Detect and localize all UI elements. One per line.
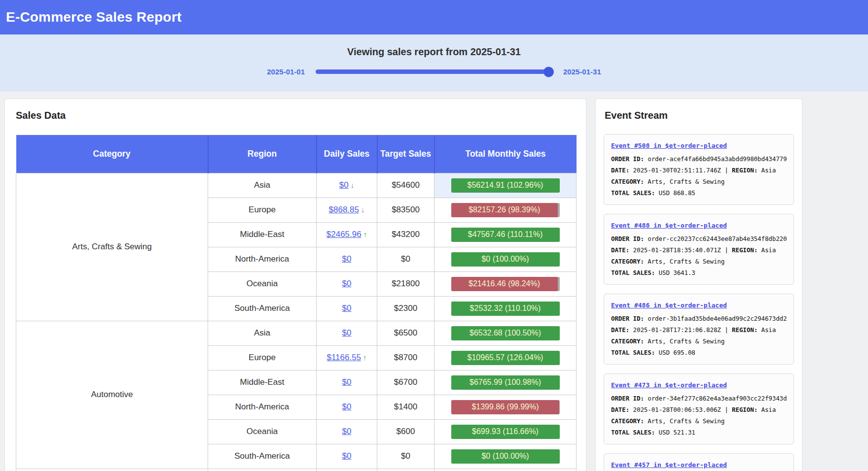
event-field-label: REGION: xyxy=(732,406,758,413)
daily-sales-cell: $1166.55↑ xyxy=(317,345,377,370)
monthly-sales-track: $2532.32 (110.10%) xyxy=(451,302,560,316)
monthly-sales-track: $0 (100.00%) xyxy=(451,449,560,464)
app-header: E-Commerce Sales Report xyxy=(0,0,868,34)
monthly-sales-track: $82157.26 (98.39%) xyxy=(451,203,560,217)
target-sales-cell: $8700 xyxy=(377,345,434,370)
monthly-sales-badge: $82157.26 (98.39%) xyxy=(451,203,558,217)
event-field-label: ORDER ID: xyxy=(611,315,644,322)
monthly-sales-cell: $6765.99 (100.98%) xyxy=(434,370,577,395)
region-cell: Asia xyxy=(208,321,317,345)
monthly-sales-track: $47567.46 (110.11%) xyxy=(451,228,560,242)
monthly-sales-badge: $0 (100.00%) xyxy=(451,449,560,464)
slider-end-label: 2025-01-31 xyxy=(563,67,601,76)
target-sales-cell: $54600 xyxy=(377,173,434,198)
daily-sales-link[interactable]: $1166.55 xyxy=(326,353,361,362)
monthly-sales-badge: $10965.57 (126.04%) xyxy=(451,351,560,365)
monthly-sales-track: $1399.86 (99.99%) xyxy=(451,400,560,414)
event-field-line: CATEGORY: Arts, Crafts & Sewing xyxy=(611,415,787,427)
main-content: Sales Data Category Region Daily Sales T… xyxy=(0,92,868,471)
event-link[interactable]: Event #486 in $et-order-placed xyxy=(611,302,727,309)
trend-down-icon: ↓ xyxy=(351,181,355,189)
target-sales-cell: $43200 xyxy=(377,222,434,247)
monthly-sales-badge: $56214.91 (102.96%) xyxy=(451,178,560,193)
daily-sales-link[interactable]: $0 xyxy=(342,427,352,436)
monthly-sales-track: $6765.99 (100.98%) xyxy=(451,375,560,390)
event-field-line: ORDER ID: order-3b1faad35bde4e06ad99c2c2… xyxy=(611,313,787,324)
partial-cell xyxy=(208,469,317,471)
target-sales-cell: $0 xyxy=(377,444,434,469)
page-title: E-Commerce Sales Report xyxy=(6,9,181,25)
monthly-sales-track: $10965.57 (126.04%) xyxy=(451,351,560,365)
monthly-sales-cell: $56214.91 (102.96%) xyxy=(434,173,577,198)
table-row-partial xyxy=(16,469,577,471)
daily-sales-link[interactable]: $0 xyxy=(339,180,349,190)
event-link[interactable]: Event #508 in $et-order-placed xyxy=(611,142,727,149)
region-cell: South-America xyxy=(208,444,317,469)
region-cell: South-America xyxy=(208,296,317,321)
date-slider[interactable] xyxy=(316,69,552,74)
event-field-label: ORDER ID: xyxy=(611,155,644,163)
monthly-sales-track: $0 (100.00%) xyxy=(451,252,560,267)
daily-sales-link[interactable]: $0 xyxy=(342,303,352,313)
daily-sales-link[interactable]: $0 xyxy=(342,254,352,264)
region-cell: North-America xyxy=(208,395,317,419)
monthly-sales-cell: $10965.57 (126.04%) xyxy=(434,345,577,370)
target-sales-cell: $6500 xyxy=(377,321,434,345)
event-link[interactable]: Event #457 in $et-order-placed xyxy=(611,461,727,469)
event-field-label: DATE: xyxy=(611,406,629,413)
daily-sales-link[interactable]: $0 xyxy=(342,451,352,461)
target-sales-cell: $6700 xyxy=(377,370,434,395)
event-card: Event #473 in $et-order-placedORDER ID: … xyxy=(604,373,794,444)
event-field-line: CATEGORY: Arts, Crafts & Sewing xyxy=(611,336,787,347)
event-field-line: TOTAL SALES: USD 868.85 xyxy=(611,187,787,199)
event-field-line: ORDER ID: order-acef4fa66bd945a3abdd9980… xyxy=(611,153,787,165)
sales-table-header: Category Region Daily Sales Target Sales… xyxy=(16,135,577,173)
daily-sales-link[interactable]: $0 xyxy=(342,377,352,387)
daily-sales-link[interactable]: $0 xyxy=(342,279,352,288)
monthly-sales-cell: $21416.46 (98.24%) xyxy=(434,271,577,296)
trend-up-icon: ↑ xyxy=(363,230,367,238)
event-field-label: REGION: xyxy=(732,326,758,334)
column-header-target-sales: Target Sales xyxy=(377,135,434,173)
monthly-sales-cell: $0 (100.00%) xyxy=(434,444,577,469)
column-header-region: Region xyxy=(208,135,317,173)
event-field-line: TOTAL SALES: USD 695.08 xyxy=(611,347,787,358)
monthly-sales-badge: $699.93 (116.66%) xyxy=(451,425,560,439)
daily-sales-cell: $868.85↓ xyxy=(317,198,377,222)
target-sales-cell: $2300 xyxy=(377,296,434,321)
table-row: Arts, Crafts & SewingAsia$0↓$54600$56214… xyxy=(16,173,577,198)
monthly-sales-cell: $6532.68 (100.50%) xyxy=(434,321,577,345)
monthly-sales-badge: $21416.46 (98.24%) xyxy=(451,277,558,291)
region-cell: North-America xyxy=(208,247,317,271)
daily-sales-cell: $2465.96↑ xyxy=(317,222,377,247)
region-cell: Middle-East xyxy=(208,222,317,247)
daily-sales-cell: $0 xyxy=(317,395,377,419)
event-field-line: DATE: 2025-01-28T17:21:06.828Z | REGION:… xyxy=(611,324,787,336)
monthly-sales-badge: $0 (100.00%) xyxy=(451,252,560,267)
daily-sales-link[interactable]: $0 xyxy=(342,328,352,337)
target-sales-cell: $83500 xyxy=(377,198,434,222)
target-sales-cell: $1400 xyxy=(377,395,434,419)
event-field-label: DATE: xyxy=(611,246,629,254)
event-link[interactable]: Event #473 in $et-order-placed xyxy=(611,381,727,389)
event-link[interactable]: Event #488 in $et-order-placed xyxy=(611,222,727,229)
daily-sales-cell: $0↓ xyxy=(317,173,377,198)
target-sales-cell: $0 xyxy=(377,247,434,271)
event-card: Event #486 in $et-order-placedORDER ID: … xyxy=(604,294,794,365)
monthly-sales-cell: $2532.32 (110.10%) xyxy=(434,296,577,321)
event-field-label: CATEGORY: xyxy=(611,337,644,345)
monthly-sales-track: $6532.68 (100.50%) xyxy=(451,326,560,340)
region-cell: Oceania xyxy=(208,271,317,296)
event-field-label: REGION: xyxy=(732,167,758,174)
event-field-label: CATEGORY: xyxy=(611,258,644,265)
target-sales-cell: $600 xyxy=(377,419,434,444)
event-field-line: TOTAL SALES: USD 3641.3 xyxy=(611,267,787,278)
report-heading: Viewing sales report from 2025-01-31 xyxy=(0,46,868,58)
daily-sales-link[interactable]: $2465.96 xyxy=(326,230,362,239)
slider-thumb[interactable] xyxy=(543,67,554,77)
event-field-label: TOTAL SALES: xyxy=(611,349,655,356)
daily-sales-link[interactable]: $868.85 xyxy=(329,205,359,214)
daily-sales-link[interactable]: $0 xyxy=(342,402,352,411)
monthly-sales-badge: $2532.32 (110.10%) xyxy=(451,302,560,316)
partial-cell xyxy=(317,469,377,471)
